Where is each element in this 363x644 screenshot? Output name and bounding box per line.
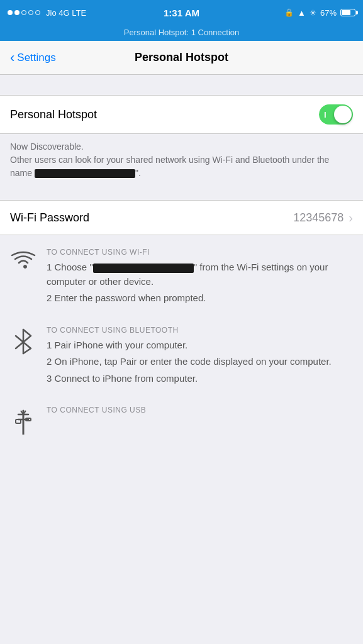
bluetooth-instruction-heading: TO CONNECT USING BLUETOOTH: [47, 326, 332, 335]
signal-dot-4: [28, 10, 33, 15]
signal-dot-5: [35, 10, 40, 15]
bluetooth-svg-icon: [13, 328, 33, 355]
section-spacer-top: [0, 75, 363, 95]
hotspot-banner-text: Personal Hotspot: 1 Connection: [124, 28, 240, 37]
wifi-password-right: 12345678 ›: [293, 211, 353, 225]
bt-step-1: 1 Pair iPhone with your computer.: [47, 338, 332, 353]
chevron-left-icon: ‹: [10, 51, 14, 65]
personal-hotspot-label: Personal Hotspot: [10, 108, 97, 121]
wifi-password-label: Wi-Fi Password: [10, 211, 89, 225]
bluetooth-icon: [10, 326, 36, 389]
section-spacer-mid: [0, 189, 363, 200]
status-bar: Jio 4G LTE 1:31 AM 🔒 ▲ ✳ 67%: [0, 0, 363, 25]
wifi-instruction-heading: TO CONNECT USING WI-FI: [47, 248, 353, 257]
toggle-on-label: I: [324, 110, 327, 119]
location-icon: ▲: [298, 8, 306, 18]
nav-bar: ‹ Settings Personal Hotspot: [0, 41, 363, 75]
bluetooth-status-icon: ✳: [310, 8, 316, 18]
instructions-section: TO CONNECT USING WI-FI 1 Choose " " from…: [0, 235, 363, 447]
wifi-password-value: 12345678: [293, 211, 343, 225]
battery-percent: 67%: [320, 8, 337, 18]
signal-dot-3: [21, 10, 26, 15]
wifi-step-1: 1 Choose " " from the Wi-Fi settings on …: [47, 260, 353, 289]
usb-instruction-content: TO CONNECT USING USB: [47, 406, 146, 435]
discoverable-text: Now Discoverable. Other users can look f…: [10, 140, 353, 180]
wifi-instruction-block: TO CONNECT USING WI-FI 1 Choose " " from…: [10, 248, 353, 308]
bt-step-2: 2 On iPhone, tap Pair or enter the code …: [47, 355, 332, 369]
wifi-password-chevron-icon: ›: [349, 211, 353, 225]
discoverable-section: Now Discoverable. Other users can look f…: [0, 134, 363, 189]
usb-icon: [10, 406, 36, 435]
battery-fill: [342, 10, 350, 15]
hotspot-name-redacted: [35, 169, 135, 178]
nav-title: Personal Hotspot: [135, 51, 228, 64]
personal-hotspot-toggle[interactable]: I: [319, 104, 353, 125]
wifi-instruction-content: TO CONNECT USING WI-FI 1 Choose " " from…: [47, 248, 353, 308]
bluetooth-instruction-block: TO CONNECT USING BLUETOOTH 1 Pair iPhone…: [10, 326, 353, 389]
wifi-icon: [10, 248, 36, 308]
hotspot-banner: Personal Hotspot: 1 Connection: [0, 25, 363, 41]
back-button[interactable]: ‹ Settings: [10, 51, 56, 65]
carrier-label: Jio 4G LTE: [46, 8, 86, 18]
bt-step-3: 3 Connect to iPhone from computer.: [47, 372, 332, 386]
signal-dots: [8, 10, 40, 15]
usb-instruction-heading: TO CONNECT USING USB: [47, 406, 146, 414]
signal-dot-1: [8, 10, 13, 15]
battery-icon: [340, 9, 355, 16]
lock-icon: 🔒: [284, 8, 294, 17]
back-label: Settings: [17, 52, 55, 64]
status-left: Jio 4G LTE: [8, 8, 86, 18]
personal-hotspot-section: Personal Hotspot I: [0, 95, 363, 134]
personal-hotspot-row: Personal Hotspot I: [0, 96, 363, 133]
wifi-svg-icon: [11, 250, 36, 272]
wifi-password-row[interactable]: Wi-Fi Password 12345678 ›: [0, 200, 363, 235]
status-right: 🔒 ▲ ✳ 67%: [284, 8, 355, 18]
bluetooth-instruction-content: TO CONNECT USING BLUETOOTH 1 Pair iPhone…: [47, 326, 332, 389]
toggle-knob: [334, 106, 352, 123]
status-time: 1:31 AM: [164, 8, 199, 18]
usb-svg-icon: [13, 408, 33, 435]
wifi-step-2: 2 Enter the password when prompted.: [47, 291, 353, 306]
usb-instruction-block: TO CONNECT USING USB: [10, 406, 353, 435]
signal-dot-2: [14, 10, 20, 15]
wifi-ssid-redacted: [93, 264, 194, 273]
discoverable-line1: Now Discoverable.: [10, 142, 84, 152]
svg-rect-4: [16, 419, 21, 423]
